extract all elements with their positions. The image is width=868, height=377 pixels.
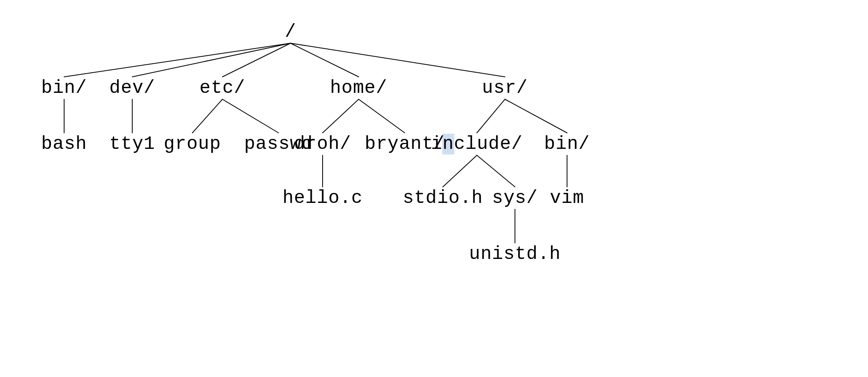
svg-line-8	[222, 99, 279, 133]
svg-line-1	[132, 43, 291, 77]
node-etc: etc/	[200, 78, 245, 98]
node-sys: sys/	[492, 188, 538, 209]
svg-line-12	[505, 99, 567, 133]
node-include: include/	[431, 134, 523, 154]
node-bin: bin/	[41, 78, 87, 98]
include-highlight: n	[442, 134, 454, 154]
node-hello-c: hello.c	[283, 188, 363, 209]
node-stdio-h: stdio.h	[403, 188, 483, 209]
node-dev: dev/	[109, 78, 155, 98]
node-bash: bash	[41, 134, 87, 154]
node-droh: droh/	[294, 134, 351, 154]
node-unistd-h: unistd.h	[469, 244, 561, 265]
node-tty1: tty1	[109, 134, 155, 154]
node-usr: usr/	[482, 78, 528, 98]
svg-line-14	[443, 155, 477, 187]
svg-line-15	[477, 155, 515, 187]
node-usr-bin: bin/	[544, 134, 590, 154]
svg-line-4	[291, 43, 505, 77]
node-home: home/	[330, 78, 387, 98]
svg-line-9	[323, 99, 359, 133]
svg-line-10	[359, 99, 405, 133]
node-root: /	[285, 22, 297, 42]
node-group: group	[164, 134, 221, 154]
node-vim: vim	[550, 188, 584, 209]
svg-line-11	[477, 99, 505, 133]
svg-line-7	[192, 99, 222, 133]
